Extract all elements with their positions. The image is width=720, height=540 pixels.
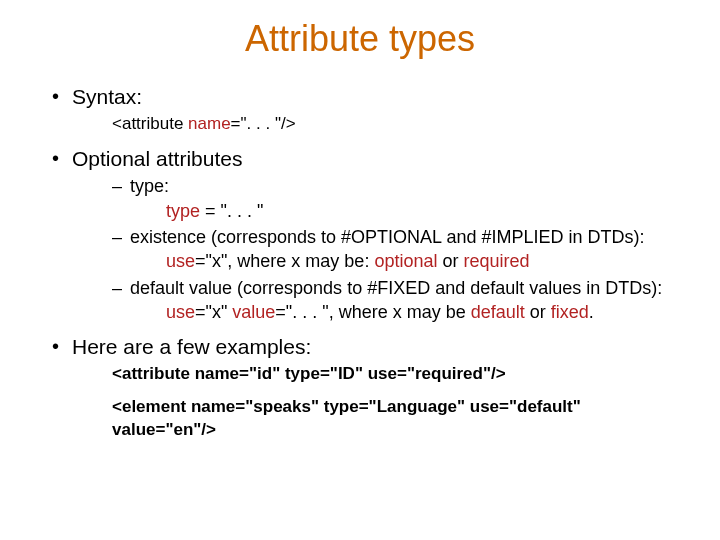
- default-value: default: [471, 302, 525, 322]
- default-or: or: [525, 302, 551, 322]
- fixed-value: fixed: [551, 302, 589, 322]
- sub-type: type: type = ". . . ": [112, 174, 672, 223]
- code-open: <attribute: [112, 114, 188, 133]
- sub-type-expr: type = ". . . ": [130, 199, 672, 223]
- code-rest: =". . . "/>: [231, 114, 296, 133]
- sub-existence: existence (corresponds to #OPTIONAL and …: [112, 225, 672, 274]
- default-period: .: [589, 302, 594, 322]
- bullet-syntax: Syntax: <attribute name=". . . "/>: [48, 84, 672, 136]
- optional-sublist: type: type = ". . . " existence (corresp…: [112, 174, 672, 324]
- sub-existence-label: existence (corresponds to #OPTIONAL and …: [130, 227, 645, 247]
- use-keyword-1: use: [166, 251, 195, 271]
- sub-existence-expr: use="x", where x may be: optional or req…: [130, 249, 672, 273]
- bullet-examples: Here are a few examples: <attribute name…: [48, 334, 672, 442]
- slide: Attribute types Syntax: <attribute name=…: [0, 0, 720, 442]
- type-keyword: type: [166, 201, 200, 221]
- sub-default: default value (corresponds to #FIXED and…: [112, 276, 672, 325]
- sub-default-label: default value (corresponds to #FIXED and…: [130, 278, 662, 298]
- sub-default-expr: use="x" value=". . . ", where x may be d…: [130, 300, 672, 324]
- default-mid1: ="x": [195, 302, 232, 322]
- bullet-list: Syntax: <attribute name=". . . "/> Optio…: [48, 84, 672, 442]
- example-line-2: <element name="speaks" type="Language" u…: [72, 396, 672, 442]
- bullet-optional: Optional attributes type: type = ". . . …: [48, 146, 672, 324]
- required-value: required: [463, 251, 529, 271]
- use-keyword-2: use: [166, 302, 195, 322]
- example-line-1: <attribute name="id" type="ID" use="requ…: [72, 363, 672, 386]
- default-mid2: =". . . ", where x may be: [275, 302, 470, 322]
- optional-label: Optional attributes: [72, 147, 242, 170]
- examples-label: Here are a few examples:: [72, 335, 311, 358]
- existence-mid: ="x", where x may be:: [195, 251, 374, 271]
- value-keyword: value: [232, 302, 275, 322]
- sub-type-label: type:: [130, 176, 169, 196]
- code-attr-name: name: [188, 114, 231, 133]
- slide-title: Attribute types: [48, 18, 672, 60]
- syntax-label: Syntax:: [72, 85, 142, 108]
- existence-or: or: [437, 251, 463, 271]
- type-expr-post: = ". . . ": [200, 201, 263, 221]
- optional-value: optional: [374, 251, 437, 271]
- syntax-code: <attribute name=". . . "/>: [72, 113, 672, 136]
